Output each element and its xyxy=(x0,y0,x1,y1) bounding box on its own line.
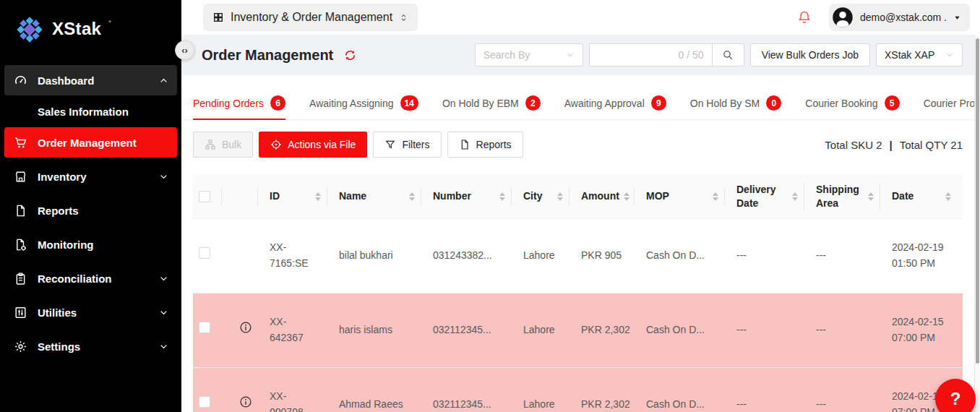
column-header[interactable]: Number xyxy=(427,175,517,218)
brand-name: XStak xyxy=(52,19,101,39)
caret-down-icon xyxy=(953,14,961,22)
order-id: XX-642367 xyxy=(270,314,313,346)
order-id: XX-7165:SE xyxy=(270,240,313,271)
brand-logo: XStak ° xyxy=(0,0,181,55)
tab-label: On Hold By SM xyxy=(690,98,760,109)
tab[interactable]: Courier Booking 5 xyxy=(805,87,899,119)
chevron-down-icon xyxy=(159,172,168,181)
sidebar-collapse-toggle[interactable]: ‹› xyxy=(175,40,194,60)
order-row[interactable]: XX-642367 haris islams 032112345... Laho… xyxy=(193,293,963,367)
column-header[interactable]: ID xyxy=(264,175,333,218)
info-icon[interactable] xyxy=(238,320,253,335)
tab[interactable]: Awaiting Approval 9 xyxy=(564,87,666,119)
filters-button[interactable]: Filters xyxy=(373,132,441,158)
tab-count-badge: 0 xyxy=(766,95,781,111)
chevron-down-icon xyxy=(159,342,168,351)
column-label: City xyxy=(523,189,542,203)
column-header[interactable]: Delivery Date xyxy=(731,175,810,218)
file-icon xyxy=(14,204,27,218)
actions-via-file-button[interactable]: Actions via File xyxy=(259,132,367,158)
totals: Total SKU 2 | Total QTY 21 xyxy=(825,139,963,151)
aim-icon xyxy=(270,139,282,150)
column-header[interactable]: Shipping Area xyxy=(810,175,886,218)
sidebar-item-label: Order Management xyxy=(38,137,137,149)
store-icon xyxy=(14,170,27,184)
order-status-tabs: Pending Orders 6 Awaiting Assigning 14 O… xyxy=(181,87,974,120)
sidebar: XStak ° Dashboard Sales Information Orde… xyxy=(0,0,181,412)
sidebar-item[interactable]: Reports xyxy=(4,195,177,226)
monitor-icon xyxy=(14,238,27,252)
notification-bell-icon[interactable] xyxy=(797,10,812,25)
search-by-select[interactable]: Search By xyxy=(475,43,583,66)
mop: Cash On D... xyxy=(640,293,731,367)
search-input[interactable]: 0 / 50 xyxy=(589,43,712,66)
user-menu[interactable]: demo@xstak.com . xyxy=(829,4,970,31)
tab[interactable]: Pending Orders 6 xyxy=(193,87,285,119)
phone-number: 031243382... xyxy=(427,218,517,293)
column-header[interactable]: City xyxy=(517,175,575,218)
sidebar-item[interactable]: Sales Information xyxy=(4,99,177,124)
sitemap-icon xyxy=(205,139,216,150)
page-scrollbar[interactable] xyxy=(974,35,980,412)
column-header[interactable] xyxy=(193,175,228,218)
tab[interactable]: On Hold By SM 0 xyxy=(690,87,781,119)
sidebar-item[interactable]: Settings xyxy=(4,331,177,361)
column-header[interactable]: Amount xyxy=(575,175,640,218)
sidebar-item-label: Utilities xyxy=(38,306,77,319)
shipping-area: --- xyxy=(810,218,886,293)
order-row[interactable]: XX-7165:SE bilal bukhari 031243382... La… xyxy=(193,218,963,293)
amount: PKR 2,302 xyxy=(575,367,640,412)
column-header[interactable]: MOP xyxy=(640,175,731,218)
tab-label: Pending Orders xyxy=(193,98,264,109)
row-checkbox[interactable] xyxy=(199,322,210,333)
sidebar-item[interactable]: Inventory xyxy=(4,161,177,192)
tab-count-badge: 6 xyxy=(270,95,285,111)
xap-select[interactable]: XStak XAP xyxy=(876,43,963,66)
cart-icon xyxy=(14,136,27,150)
app-switcher[interactable]: Inventory & Order Management xyxy=(203,4,418,31)
refresh-icon[interactable] xyxy=(343,48,357,62)
column-label: ID xyxy=(270,189,280,203)
search-button[interactable] xyxy=(712,43,744,66)
tab[interactable]: Awaiting Assigning 14 xyxy=(309,87,418,119)
column-header[interactable]: Date xyxy=(886,175,963,218)
sort-carets-icon xyxy=(713,192,718,201)
info-icon[interactable] xyxy=(238,395,253,409)
tab-label: Awaiting Assigning xyxy=(309,98,393,109)
table-body: XX-7165:SE bilal bukhari 031243382... La… xyxy=(193,218,963,412)
sidebar-item[interactable]: Dashboard xyxy=(4,65,177,95)
sidebar-item[interactable]: Monitoring xyxy=(4,229,177,259)
table-header-row: ID Name xyxy=(193,175,963,218)
view-bulk-orders-button[interactable]: View Bulk Orders Job xyxy=(750,43,870,66)
row-checkbox[interactable] xyxy=(199,396,210,408)
sidebar-item[interactable]: Order Management xyxy=(4,127,177,158)
column-header[interactable] xyxy=(228,175,264,218)
reports-button[interactable]: Reports xyxy=(447,132,523,158)
column-label: Date xyxy=(892,189,914,203)
page-title: Order Management xyxy=(202,47,333,64)
filter-icon xyxy=(384,139,396,150)
order-date: 2024-02-15 07:00 PM xyxy=(892,314,950,346)
sidebar-item[interactable]: Reconciliation xyxy=(4,263,177,293)
row-checkbox[interactable] xyxy=(199,247,210,259)
tab[interactable]: Courier Proc xyxy=(924,87,974,119)
table-toolbar: Bulk Actions via File Filters Reports To… xyxy=(181,120,974,165)
scrollbar-thumb[interactable] xyxy=(976,38,979,364)
order-row[interactable]: XX-000708 Ahmad Raees 032112345... Lahor… xyxy=(193,367,963,412)
tab[interactable]: On Hold By EBM 2 xyxy=(442,87,541,119)
sidebar-item-label: Sales Information xyxy=(38,106,129,118)
phone-number: 032112345... xyxy=(427,367,517,412)
bulk-button[interactable]: Bulk xyxy=(193,132,253,158)
topbar-right: demo@xstak.com . xyxy=(797,4,970,31)
sidebar-item[interactable]: Utilities xyxy=(4,297,177,327)
total-qty: Total QTY 21 xyxy=(900,139,963,151)
tab-label: Courier Proc xyxy=(924,98,974,109)
column-header[interactable]: Name xyxy=(333,175,427,218)
page-header: Order Management Search By 0 / 50 View B… xyxy=(181,35,980,75)
select-all-checkbox[interactable] xyxy=(199,191,210,202)
tab-label: Awaiting Approval xyxy=(564,98,645,109)
shipping-area: --- xyxy=(810,367,886,412)
customer-name: Ahmad Raees xyxy=(333,367,427,412)
char-counter: 0 / 50 xyxy=(679,49,704,61)
tab-label: On Hold By EBM xyxy=(442,98,519,109)
